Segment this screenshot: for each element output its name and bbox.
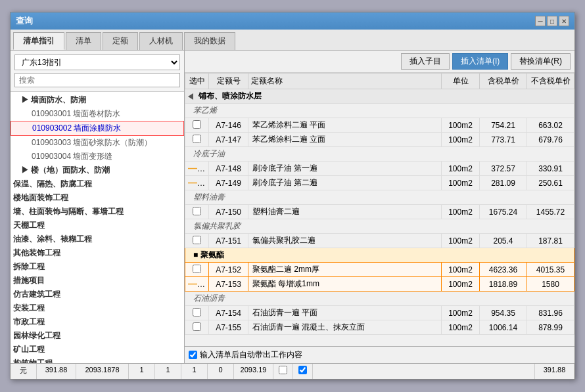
footer-checkbox-1[interactable] bbox=[279, 366, 287, 374]
dialog-title: 查询 bbox=[16, 15, 33, 27]
insert-child-button[interactable]: 插入子目 bbox=[401, 53, 450, 70]
row-name-a7147: 苯乙烯涂料二遍 立面 bbox=[248, 133, 442, 147]
row-unit-a7154: 100m2 bbox=[442, 306, 480, 320]
row-code-a7146: A7-146 bbox=[209, 118, 248, 133]
checkbox-a7150[interactable] bbox=[193, 207, 201, 215]
row-check-a7150[interactable] bbox=[185, 205, 209, 219]
tree-category-other-decor[interactable]: 其他装饰工程 bbox=[11, 246, 184, 260]
row-taxprice-a7148: 372.57 bbox=[480, 162, 527, 176]
tree-area: ▶ 墙面防水、防潮 010903001 墙面卷材防水 010903002 墙面涂… bbox=[11, 92, 184, 363]
subsection-label-polyurethane: ■ 聚氨酯 bbox=[193, 250, 224, 259]
row-taxprice-a7146: 754.21 bbox=[480, 118, 527, 133]
checkbox-a7154[interactable] bbox=[193, 308, 201, 316]
row-unit-a7152: 100m2 bbox=[442, 263, 480, 277]
tree-category-insulation[interactable]: 保温、隔热、防腐工程 bbox=[11, 177, 184, 191]
row-check-a7147[interactable] bbox=[185, 133, 209, 147]
dash-icon-a7153: — bbox=[188, 278, 205, 289]
row-notaxprice-a7147: 679.76 bbox=[527, 133, 574, 147]
checkbox-a7152[interactable] bbox=[193, 265, 201, 273]
row-notaxprice-a7153: 1580 bbox=[527, 277, 574, 292]
table-row: A7-146 苯乙烯涂料二遍 平面 100m2 754.21 663.02 bbox=[185, 118, 574, 133]
subsection-benzene: 苯乙烯 bbox=[185, 104, 574, 118]
tree-category-measures[interactable]: 措施项目 bbox=[11, 274, 184, 288]
auto-export-text: 输入清单后自动带出工作内容 bbox=[200, 349, 302, 360]
auto-export-checkbox[interactable] bbox=[189, 351, 197, 359]
tree-category-floor-decor[interactable]: 楼地面装饰工程 bbox=[11, 191, 184, 205]
checkbox-a7147[interactable] bbox=[193, 135, 201, 143]
table-row: A7-147 苯乙烯涂料二遍 立面 100m2 773.71 679.76 bbox=[185, 133, 574, 147]
col-header-notaxprice: 不含税单价 bbox=[527, 74, 574, 89]
row-check-a7155[interactable] bbox=[185, 320, 209, 335]
tree-item-010903004[interactable]: 010903004 墙面变形缝 bbox=[11, 150, 184, 163]
insert-list-button[interactable]: 插入清单(I) bbox=[452, 53, 508, 70]
row-notaxprice-a7155: 878.99 bbox=[527, 320, 574, 335]
row-code-a7150: A7-150 bbox=[209, 205, 248, 219]
replace-list-button[interactable]: 替换清单(R) bbox=[511, 53, 571, 70]
tab-dinge[interactable]: 定额 bbox=[103, 32, 138, 50]
row-check-a7152[interactable] bbox=[185, 263, 209, 277]
checkbox-a7146[interactable] bbox=[193, 120, 201, 129]
tree-category-landscape[interactable]: 园林绿化工程 bbox=[11, 329, 184, 343]
row-check-a7149[interactable]: — bbox=[185, 176, 209, 190]
row-name-a7155: 石油沥青一遍 混凝土、抹灰立面 bbox=[248, 320, 442, 335]
row-unit-a7151: 100m2 bbox=[442, 234, 480, 248]
tree-item-010903002[interactable]: 010903002 墙面涂膜防水 bbox=[11, 121, 184, 136]
main-area: 广东13指引 ▶ 墙面防水、防潮 010903001 墙面卷材防水 010903… bbox=[11, 51, 574, 363]
footer-cell-4: 1 bbox=[155, 364, 181, 379]
table-row: A7-151 氯偏共聚乳胶二遍 100m2 205.4 187.81 bbox=[185, 234, 574, 248]
row-check-a7151[interactable] bbox=[185, 234, 209, 248]
footer-row: 元 391.88 2093.1878 1 1 1 0 2093.19 391.8… bbox=[11, 363, 574, 379]
col-header-select: 选中 bbox=[185, 74, 209, 89]
tab-qingdan-zhiyin[interactable]: 清单指引 bbox=[13, 32, 64, 50]
tree-category-floor-waterproof[interactable]: ▶ 楼（地）面防水、防潮 bbox=[11, 163, 184, 177]
col-header-unit: 单位 bbox=[442, 74, 480, 89]
row-unit-a7147: 100m2 bbox=[442, 133, 480, 147]
checkbox-a7155[interactable] bbox=[193, 322, 201, 331]
region-dropdown[interactable]: 广东13指引 bbox=[14, 54, 180, 70]
footer-cell-9 bbox=[293, 364, 313, 379]
tab-wode-shuju[interactable]: 我的数据 bbox=[184, 32, 235, 50]
left-panel: 广东13指引 ▶ 墙面防水、防潮 010903001 墙面卷材防水 010903… bbox=[11, 51, 185, 363]
section-triangle-pubu[interactable] bbox=[188, 93, 193, 100]
row-check-a7154[interactable] bbox=[185, 306, 209, 320]
tree-item-010903003[interactable]: 010903003 墙面砂浆防水（防潮） bbox=[11, 136, 184, 150]
tree-category-structures[interactable]: 构筑物工程 bbox=[11, 357, 184, 363]
tree-category-municipal[interactable]: 市政工程 bbox=[11, 315, 184, 329]
row-code-a7149: A7-149 bbox=[209, 176, 248, 190]
tree-item-010903001[interactable]: 010903001 墙面卷材防水 bbox=[11, 107, 184, 121]
row-code-a7155: A7-155 bbox=[209, 320, 248, 335]
table-row: — A7-148 刷冷底子油 第一遍 100m2 372.57 330.91 bbox=[185, 162, 574, 176]
tree-category-wall-waterproof[interactable]: ▶ 墙面防水、防潮 bbox=[11, 93, 184, 107]
tree-category-wall-decor[interactable]: 墙、柱面装饰与隔断、幕墙工程 bbox=[11, 205, 184, 219]
row-check-a7146[interactable] bbox=[185, 118, 209, 133]
search-input[interactable] bbox=[14, 73, 180, 87]
row-code-a7153: A7-153 bbox=[209, 277, 248, 292]
maximize-button[interactable]: □ bbox=[547, 16, 557, 26]
right-panel: 插入子目 插入清单(I) 替换清单(R) bbox=[185, 51, 574, 363]
subsection-polyurethane-header: ■ 聚氨酯 bbox=[185, 248, 574, 263]
row-unit-a7153: 100m2 bbox=[442, 277, 480, 292]
row-check-a7153[interactable]: — bbox=[185, 277, 209, 292]
row-taxprice-a7154: 954.35 bbox=[480, 306, 527, 320]
close-button[interactable]: ✕ bbox=[559, 16, 569, 26]
tab-rencaiji[interactable]: 人材机 bbox=[139, 32, 183, 50]
tab-qingdan[interactable]: 清单 bbox=[66, 32, 101, 50]
row-check-a7148[interactable]: — bbox=[185, 162, 209, 176]
row-notaxprice-a7150: 1455.72 bbox=[527, 205, 574, 219]
tree-category-installation[interactable]: 安装工程 bbox=[11, 301, 184, 315]
subsection-cold-primer: 冷底子油 bbox=[185, 147, 574, 162]
tree-category-ceiling[interactable]: 天棚工程 bbox=[11, 219, 184, 232]
tree-category-paint[interactable]: 油漆、涂料、裱糊工程 bbox=[11, 232, 184, 246]
auto-export-label[interactable]: 输入清单后自动带出工作内容 bbox=[189, 349, 302, 360]
checkbox-a7151[interactable] bbox=[193, 236, 201, 244]
dash-icon-a7149: — bbox=[188, 177, 205, 188]
tree-category-antique[interactable]: 仿古建筑工程 bbox=[11, 288, 184, 301]
footer-checkbox-2[interactable] bbox=[298, 366, 307, 374]
tree-category-mining[interactable]: 矿山工程 bbox=[11, 343, 184, 357]
row-unit-a7150: 100m2 bbox=[442, 205, 480, 219]
row-taxprice-a7151: 205.4 bbox=[480, 234, 527, 248]
tree-category-demolition[interactable]: 拆除工程 bbox=[11, 260, 184, 274]
minimize-button[interactable]: ─ bbox=[535, 16, 546, 26]
row-taxprice-a7155: 1006.14 bbox=[480, 320, 527, 335]
footer-cell-0: 元 bbox=[11, 364, 37, 379]
